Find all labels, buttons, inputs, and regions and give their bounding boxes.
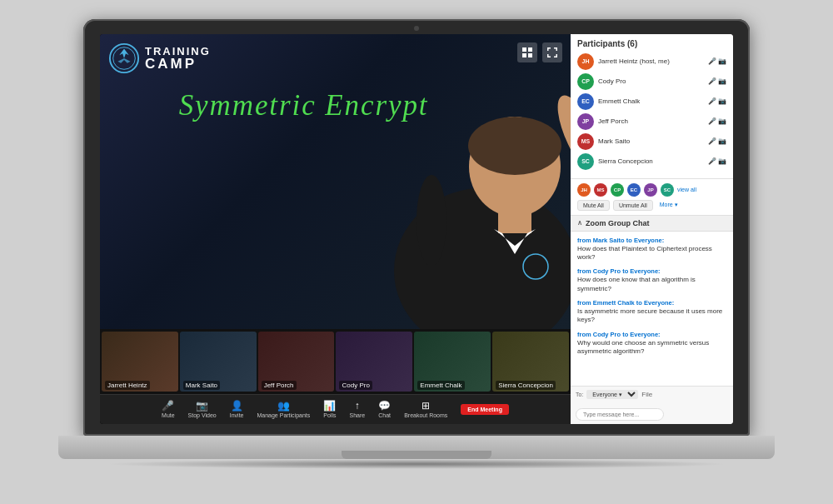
video-icon: 📷 [196,400,208,412]
chat-text-3: Why would one choose an symmetric versus… [577,339,726,357]
icons-emmett: 🎤 📷 [708,97,726,105]
thumb-label-sierra: Sierra Concepcion [496,381,556,390]
grid-view-button[interactable] [517,42,537,62]
reactions-actions: Mute All Unmute All More ▾ [577,200,726,211]
toolbar-breakout[interactable]: ⊞ Breakout Rooms [404,400,447,418]
reactions-avatars: JH MS CP EC JP SC view all [577,183,726,197]
share-icon: ↑ [355,400,360,412]
tc-logo-text: TRAINING CAMP [145,46,211,71]
end-meeting-button[interactable]: End Meeting [461,404,509,415]
react-av-5: SC [661,183,674,197]
participants-panel: Participants (6) JH Jarrett Heintz (host… [571,34,733,179]
svg-rect-4 [522,53,526,57]
name-mark: Mark Saito [598,137,704,145]
training-label: TRAINING [145,46,211,57]
react-av-0: JH [577,183,591,197]
participant-thumbnails: Jarrett Heintz Mark Saito Jeff Porch Cod… [100,329,571,394]
laptop-container: TRAINING CAMP [58,19,775,486]
laptop-screen: TRAINING CAMP [100,34,733,424]
tc-logo-icon [108,42,140,74]
more-button[interactable]: More ▾ [656,200,681,211]
invite-icon: 👤 [231,400,243,412]
thumb-jeff: Jeff Porch [258,332,335,392]
avatar-jarrett: JH [577,53,594,70]
name-jeff: Jeff Porch [598,117,704,125]
view-all-link[interactable]: view all [677,187,696,192]
camera-dot [414,26,419,31]
chat-input[interactable] [576,408,664,421]
icons-jarrett: 🎤 📷 [708,57,726,65]
chat-input-row: To: Everyone ▾ File [571,386,733,402]
icons-cody: 🎤 📷 [708,77,726,85]
chat-from-1: from Cody Pro to Everyone: [577,267,726,275]
chat-panel: ∧ Zoom Group Chat from Mark Saito to Eve… [571,216,733,424]
thumb-label-jeff: Jeff Porch [262,381,297,390]
name-cody: Cody Pro [598,77,704,85]
icons-sierra: 🎤 📷 [708,157,726,165]
chat-from-3: from Cody Pro to Everyone: [577,331,726,338]
polls-label: Polls [323,412,336,418]
chat-header: ∧ Zoom Group Chat [571,216,733,232]
chat-file-button[interactable]: File [641,391,652,398]
svg-point-10 [468,117,561,175]
react-av-3: EC [627,183,641,197]
fullscreen-button[interactable] [542,42,562,62]
laptop-shadow [104,459,729,469]
chat-label: Chat [378,412,391,418]
reactions-row: JH MS CP EC JP SC view all Mute All Unmu… [571,179,733,216]
thumb-emmett: Emmett Chalk [414,332,491,392]
thumb-label-emmett: Emmett Chalk [417,381,464,390]
chat-text-1: How does one know that an algorithm is s… [577,276,726,293]
stop-video-label: Stop Video [188,412,217,418]
participants-icon: 👥 [277,400,290,412]
thumb-label-jarrett: Jarrett Heintz [105,381,150,390]
camp-label: CAMP [145,57,211,71]
toolbar-stop-video[interactable]: 📷 Stop Video [188,400,217,418]
participant-item-2: EC Emmett Chalk 🎤 📷 [577,93,726,110]
icons-mark: 🎤 📷 [708,137,726,145]
unmute-all-button[interactable]: Unmute All [613,200,653,211]
toolbar-manage-participants[interactable]: 👥 Manage Participants [257,400,310,418]
chat-input-container [571,402,733,424]
thumb-mark: Mark Saito [180,332,257,392]
react-av-4: JP [644,183,657,197]
zoom-toolbar: 🎤 Mute 📷 Stop Video 👤 Invite 👥 [100,394,571,424]
chat-icon: 💬 [378,400,391,412]
polls-icon: 📊 [323,400,336,412]
chat-to-label: To: [576,392,583,397]
whiteboard-text: Symmetric Encryption [171,78,430,127]
thumb-label-cody: Cody Pro [339,381,372,390]
icons-jeff: 🎤 📷 [708,117,726,125]
mute-all-button[interactable]: Mute All [577,200,610,211]
laptop-base [58,436,775,459]
breakout-icon: ⊞ [421,400,430,412]
thumb-sierra: Sierra Concepcion [492,332,569,392]
chat-msg-3: from Cody Pro to Everyone: Why would one… [577,331,726,357]
chat-from-2: from Emmett Chalk to Everyone: [577,299,726,307]
share-label: Share [349,412,365,418]
video-overlay-controls[interactable] [517,42,562,62]
fullscreen-icon [547,47,557,57]
thumb-label-mark: Mark Saito [183,381,220,390]
avatar-mark: MS [577,133,594,150]
toolbar-invite[interactable]: 👤 Invite [230,400,244,418]
mute-icon: 🎤 [162,400,174,412]
toolbar-polls[interactable]: 📊 Polls [323,400,336,418]
toolbar-mute[interactable]: 🎤 Mute [162,400,175,418]
avatar-jeff: JP [577,113,594,130]
react-av-2: CP [611,183,624,197]
toolbar-share[interactable]: ↑ Share [349,400,365,418]
main-video-area: TRAINING CAMP [100,34,571,424]
screen-bezel: TRAINING CAMP [83,19,750,436]
toolbar-chat[interactable]: 💬 Chat [378,400,391,418]
grid-icon [522,47,532,57]
chat-msg-1: from Cody Pro to Everyone: How does one … [577,267,726,293]
svg-rect-9 [498,208,531,233]
chat-to-select[interactable]: Everyone ▾ [586,390,638,399]
mute-label: Mute [162,412,175,418]
participant-item-3: JP Jeff Porch 🎤 📷 [577,113,726,130]
chat-text-2: Is asymmetric more secure because it use… [577,307,726,325]
name-jarrett: Jarrett Heintz (host, me) [598,57,704,65]
avatar-cody: CP [577,73,594,90]
chat-collapse-icon[interactable]: ∧ [577,219,582,227]
